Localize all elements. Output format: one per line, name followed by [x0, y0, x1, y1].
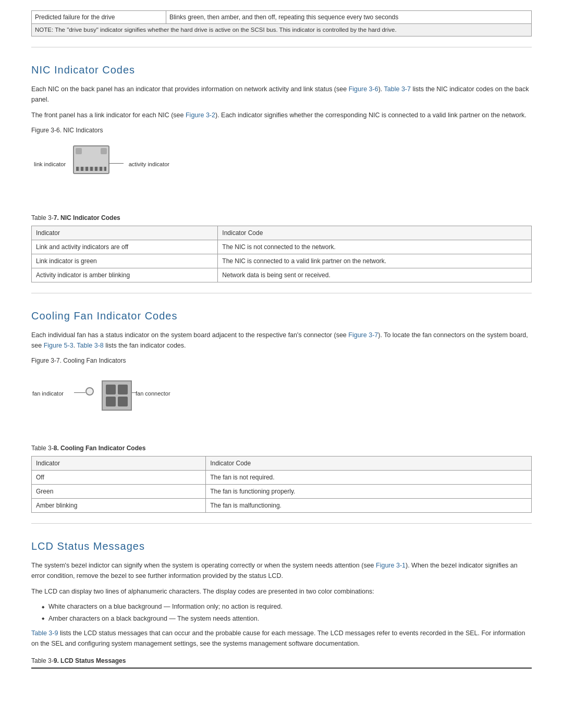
cooling-figure-5-3-link[interactable]: Figure 5-3	[44, 342, 74, 349]
nic-pins	[76, 167, 106, 171]
nic-table-header-indicator: Indicator	[32, 226, 218, 240]
nic-activity-arrow	[109, 163, 124, 164]
nic-figure-3-6-link[interactable]: Figure 3-6	[349, 85, 378, 93]
table-row: Green The fan is functioning properly.	[32, 485, 532, 499]
divider-top	[31, 47, 532, 47]
nic-activity-indicator-label: activity indicator	[129, 160, 169, 169]
continuation-table: Predicted failure for the drive Blinks g…	[31, 10, 532, 36]
nic-row1-col2: The NIC is not connected to the network.	[218, 240, 532, 254]
nic-para1: Each NIC on the back panel has an indica…	[31, 84, 532, 105]
nic-para2: The front panel has a link indicator for…	[31, 110, 532, 120]
nic-row2-col2: The NIC is connected to a valid link par…	[218, 254, 532, 268]
lcd-para1: The system's bezel indictor can signify …	[31, 560, 532, 581]
fan-connector-arrow	[132, 392, 136, 393]
cooling-row2-col1: Green	[32, 485, 206, 499]
fan-connector-label: fan connector	[136, 389, 170, 398]
fan-label-arrow	[74, 392, 85, 393]
fan-cell	[106, 385, 116, 394]
cooling-table-title: Table 3-8. Cooling Fan Indicator Codes	[31, 443, 532, 453]
nic-table: Indicator Indicator Code Link and activi…	[31, 226, 532, 282]
cooling-table-header-code: Indicator Code	[206, 456, 532, 471]
cooling-table-header-indicator: Indicator	[32, 456, 206, 471]
cooling-table-3-8-link[interactable]: Table 3-8	[77, 342, 103, 349]
cooling-row3-col1: Amber blinking	[32, 499, 206, 513]
list-item: Amber characters on a black background —…	[42, 614, 532, 624]
cooling-row1-col2: The fan is not required.	[206, 471, 532, 485]
nic-connector-body	[73, 145, 109, 174]
nic-table-3-7-link[interactable]: Table 3-7	[384, 85, 411, 93]
nic-section-heading: NIC Indicator Codes	[31, 62, 532, 78]
fan-cell	[106, 397, 116, 406]
lcd-figure-3-1-link[interactable]: Figure 3-1	[376, 562, 406, 569]
nic-table-title: Table 3-7. NIC Indicator Codes	[31, 213, 532, 223]
fan-connector-body	[102, 380, 132, 411]
cooling-para1: Each individual fan has a status indicat…	[31, 330, 532, 351]
fan-indicator-label: fan indicator	[32, 389, 64, 398]
nic-row3-col2: Network data is being sent or received.	[218, 268, 532, 282]
cooling-figure-area: fan indicator fan connector	[31, 371, 532, 433]
lcd-table-header-line	[31, 668, 532, 669]
cooling-table: Indicator Indicator Code Off The fan is …	[31, 456, 532, 513]
nic-row2-col1: Link indicator is green	[32, 254, 218, 268]
fan-cell	[118, 385, 128, 394]
list-item: White characters on a blue background — …	[42, 602, 532, 612]
cooling-row1-col1: Off	[32, 471, 206, 485]
cooling-section-heading: Cooling Fan Indicator Codes	[31, 308, 532, 324]
nic-clip-right	[101, 148, 107, 154]
nic-row1-col1: Link and activity indicators are off	[32, 240, 218, 254]
table-cell-drive-failure-indicator: Predicted failure for the drive	[32, 11, 166, 24]
nic-figure-3-2-link[interactable]: Figure 3-2	[186, 112, 215, 119]
table-cell-drive-failure-code: Blinks green, then amber, and then off, …	[166, 11, 531, 24]
nic-row3-col1: Activity indicator is amber blinking	[32, 268, 218, 282]
table-row: Amber blinking The fan is malfunctioning…	[32, 499, 532, 513]
fan-cell	[118, 397, 128, 406]
lcd-para2: The LCD can display two lines of alphanu…	[31, 586, 532, 597]
cooling-figure-3-7-link[interactable]: Figure 3-7	[348, 331, 378, 339]
table-row: Link and activity indicators are off The…	[32, 240, 532, 254]
lcd-para3: Table 3-9 lists the LCD status messages …	[31, 628, 532, 649]
divider-nic	[31, 293, 532, 293]
table-row: Link indicator is green The NIC is conne…	[32, 254, 532, 268]
fan-indicator-icon	[85, 387, 94, 396]
cooling-figure-caption: Figure 3-7. Cooling Fan Indicators	[31, 356, 532, 365]
nic-table-header-code: Indicator Code	[218, 226, 532, 240]
lcd-table-title: Table 3-9. LCD Status Messages	[31, 656, 532, 665]
divider-cooling	[31, 523, 532, 524]
nic-figure-caption: Figure 3-6. NIC Indicators	[31, 126, 532, 135]
lcd-bullet-list: White characters on a blue background — …	[42, 602, 532, 624]
nic-link-indicator-label: link indicator	[34, 160, 66, 169]
table-row: Activity indicator is amber blinking Net…	[32, 268, 532, 282]
cooling-row3-col2: The fan is malfunctioning.	[206, 499, 532, 513]
nic-figure-area: link indicator activity indicator	[31, 140, 532, 203]
lcd-para3-suffix: lists the LCD status messages that can o…	[31, 630, 525, 647]
table-row: Off The fan is not required.	[32, 471, 532, 485]
lcd-section-heading: LCD Status Messages	[31, 538, 532, 554]
cooling-row2-col2: The fan is functioning properly.	[206, 485, 532, 499]
lcd-table-3-9-link[interactable]: Table 3-9	[31, 630, 58, 637]
nic-clip-left	[76, 148, 82, 154]
table-note-row: NOTE: The "drive busy" indicator signifi…	[32, 24, 532, 36]
